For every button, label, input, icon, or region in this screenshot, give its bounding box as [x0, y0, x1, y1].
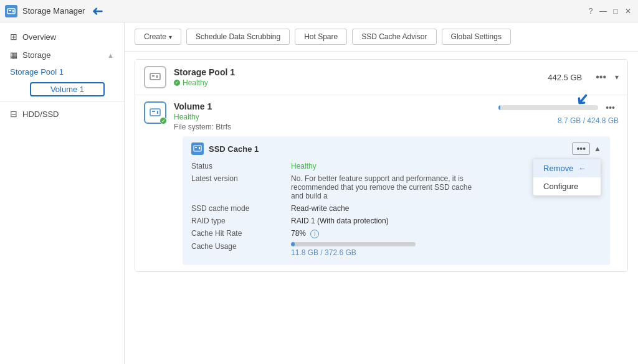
svg-rect-7 — [152, 111, 155, 112]
volume-check-icon: ✓ — [160, 117, 167, 124]
ssd-usage-text: 11.8 GB / 372.6 GB — [291, 248, 601, 257]
hot-spare-label: Hot Spare — [304, 32, 338, 41]
create-arrow-icon: ▾ — [169, 34, 172, 40]
storage-pool-section: Storage Pool 1 Healthy 442.5 GB ••• ▾ — [135, 59, 628, 272]
pool-actions: ••• ▾ — [592, 70, 619, 84]
ssd-usage-label: Cache Usage — [191, 242, 291, 257]
sidebar-section-storage[interactable]: ▦ Storage ▲ — [0, 46, 124, 64]
svg-rect-3 — [150, 73, 160, 80]
ssd-version-value: No. For better feature support and perfo… — [291, 174, 478, 200]
main-layout: ⊞ Overview ▦ Storage ▲ Storage Pool 1 Vo… — [0, 22, 638, 364]
ssd-remove-button[interactable]: Remove ← — [533, 159, 601, 177]
create-label: Create — [144, 32, 166, 41]
maximize-button[interactable]: □ — [611, 6, 621, 16]
pool-icon — [144, 66, 166, 88]
ssd-version-label: Latest version — [191, 174, 291, 200]
ssd-cache-section: SSD Cache 1 ••• ▲ Remove ← — [183, 136, 610, 265]
ssd-mode-value: Read-write cache — [291, 204, 601, 213]
svg-rect-2 — [12, 10, 14, 12]
pool-status-dot — [174, 80, 180, 86]
volume1-label: Volume 1 — [30, 82, 105, 96]
ssd-header: SSD Cache 1 ••• ▲ Remove ← — [191, 142, 601, 155]
ssd-expand-chevron-icon[interactable]: ▲ — [594, 144, 601, 153]
hit-rate-info-icon[interactable]: i — [310, 230, 319, 238]
minimize-button[interactable]: — — [598, 6, 608, 16]
sidebar-overview-label: Overview — [22, 32, 56, 42]
title-arrow-annotation: ➜ — [92, 3, 103, 19]
ssd-configure-button[interactable]: Configure — [533, 177, 601, 195]
volume-menu-button[interactable]: ••• — [602, 101, 619, 114]
volume-name: Volume 1 — [174, 101, 498, 111]
volume-info: Volume 1 Healthy File system: Btrfs — [174, 101, 498, 131]
ssd-icon — [191, 142, 204, 155]
pool-info: Storage Pool 1 Healthy — [174, 67, 548, 87]
ssd-usage-row: Cache Usage 11.8 GB / 372.6 GB — [191, 240, 601, 259]
volume-menu-area: ••• — [498, 101, 619, 114]
ssd-advisor-button[interactable]: SSD Cache Advisor — [352, 29, 436, 45]
volume-usage-text: 8.7 GB / 424.8 GB — [558, 116, 619, 125]
svg-rect-8 — [157, 111, 158, 114]
app-icon — [5, 5, 17, 17]
sidebar-divider — [0, 101, 124, 102]
svg-rect-1 — [9, 10, 11, 11]
svg-rect-9 — [194, 146, 201, 151]
ssd-hit-rate-value: 78% i — [291, 229, 601, 238]
pool-header: Storage Pool 1 Healthy 442.5 GB ••• ▾ — [135, 60, 627, 95]
volume-status: Healthy — [174, 113, 498, 121]
sidebar-storage-sub: Storage Pool 1 Volume 1 — [0, 64, 124, 99]
ssd-raid-label: RAID type — [191, 217, 291, 225]
titlebar-left: Storage Manager ➜ — [5, 3, 103, 19]
svg-rect-4 — [152, 75, 155, 77]
pool-menu-button[interactable]: ••• — [592, 70, 610, 84]
close-button[interactable]: ✕ — [623, 6, 633, 16]
hot-spare-button[interactable]: Hot Spare — [295, 29, 347, 45]
storage-chevron-icon: ▲ — [107, 52, 114, 59]
pool-expand-chevron-icon[interactable]: ▾ — [615, 73, 619, 82]
sidebar-item-hdd[interactable]: ⊟ HDD/SSD — [0, 105, 124, 123]
app-title: Storage Manager — [22, 6, 85, 16]
global-settings-label: Global Settings — [451, 32, 502, 41]
sidebar-item-pool1[interactable]: Storage Pool 1 — [10, 64, 124, 80]
ssd-advisor-label: SSD Cache Advisor — [361, 32, 427, 41]
storage-icon: ▦ — [10, 50, 17, 60]
toolbar: Create ▾ Schedule Data Scrubbing Hot Spa… — [125, 22, 638, 52]
sidebar-item-volume1[interactable]: Volume 1 — [10, 80, 124, 99]
svg-rect-0 — [7, 9, 15, 14]
create-button[interactable]: Create ▾ — [135, 29, 181, 45]
ssd-usage-progress-bar — [291, 242, 416, 246]
remove-label: Remove — [543, 164, 573, 173]
ssd-actions: ••• ▲ Remove ← Configure — [572, 142, 601, 155]
pool-status: Healthy — [174, 78, 548, 87]
pool-status-text: Healthy — [183, 78, 208, 87]
volume-filesystem: File system: Btrfs — [174, 123, 498, 131]
ssd-usage-progress-fill — [291, 242, 295, 246]
svg-rect-11 — [199, 147, 200, 149]
global-settings-button[interactable]: Global Settings — [442, 29, 511, 45]
svg-rect-10 — [195, 147, 197, 148]
hdd-icon: ⊟ — [10, 109, 17, 119]
titlebar-controls[interactable]: ? — □ ✕ — [586, 6, 633, 16]
ssd-menu-button[interactable]: ••• — [572, 142, 590, 155]
schedule-button[interactable]: Schedule Data Scrubbing — [186, 29, 290, 45]
configure-label: Configure — [543, 182, 578, 191]
svg-rect-5 — [156, 75, 158, 78]
ssd-usage-wrap: 11.8 GB / 372.6 GB — [291, 242, 601, 257]
ssd-hit-rate-row: Cache Hit Rate 78% i — [191, 227, 601, 240]
sidebar-hdd-label: HDD/SSD — [22, 110, 59, 119]
pool1-label: Storage Pool 1 — [10, 67, 64, 77]
ssd-dropdown-menu: Remove ← Configure — [533, 159, 601, 196]
volume-icon: ✓ — [144, 101, 166, 124]
sidebar-storage-label: Storage — [22, 50, 51, 60]
ssd-status-label: Status — [191, 162, 291, 170]
ssd-name: SSD Cache 1 — [209, 144, 259, 154]
sidebar-item-overview[interactable]: ⊞ Overview — [0, 27, 124, 46]
ssd-mode-row: SSD cache mode Read-write cache — [191, 202, 601, 215]
schedule-label: Schedule Data Scrubbing — [196, 32, 280, 41]
volume-progress-fill — [498, 105, 500, 110]
ssd-usage-value: 11.8 GB / 372.6 GB — [291, 242, 601, 257]
content-area: Create ▾ Schedule Data Scrubbing Hot Spa… — [125, 22, 638, 364]
ssd-raid-value: RAID 1 (With data protection) — [291, 217, 601, 225]
sidebar: ⊞ Overview ▦ Storage ▲ Storage Pool 1 Vo… — [0, 22, 125, 364]
titlebar: Storage Manager ➜ ? — □ ✕ — [0, 0, 638, 22]
help-button[interactable]: ? — [586, 6, 596, 16]
